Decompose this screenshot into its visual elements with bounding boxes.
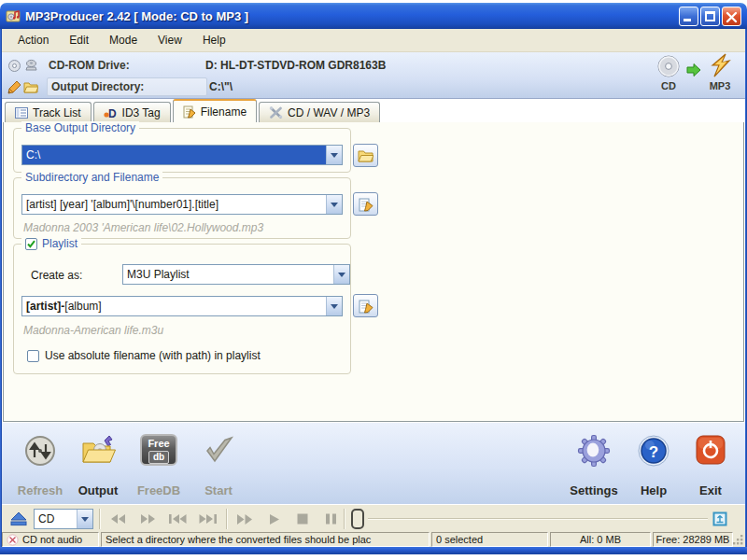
title-bar[interactable]: MP3Producer 2.42 [ Mode: CD to MP3 ] [0,3,747,29]
stop-button[interactable] [289,510,316,528]
playlist-name-value[interactable]: [artist]-[album] [22,297,326,315]
separator [226,509,228,529]
position-slider-thumb[interactable] [351,509,364,529]
rewind-icon [110,513,126,525]
eject-button[interactable] [6,510,32,528]
tray-icon[interactable] [712,511,728,527]
pause-button[interactable] [317,510,344,528]
edit-playlist-name-button[interactable] [353,294,378,317]
id3-icon: D [104,106,118,119]
refresh-button[interactable]: Refresh [10,434,70,497]
exit-label: Exit [699,483,722,497]
chevron-down-icon [331,203,338,207]
mode-target: MP3 [702,52,738,91]
output-directory-labelbox[interactable]: Output Directory: [47,77,207,96]
maximize-icon [705,11,715,21]
mode-target-label: MP3 [702,80,738,91]
subdirectory-pattern-combobox[interactable]: [artist] [year] '[album]'\[number01].[ti… [21,194,343,215]
maximize-button[interactable] [700,7,720,26]
base-directory-dropdown-button[interactable] [326,146,342,164]
position-slider-track[interactable] [368,518,708,520]
menu-mode[interactable]: Mode [99,31,148,49]
skip-button[interactable] [232,510,258,528]
playlist-name-dropdown-button[interactable] [326,297,342,315]
cdrom-drive-row: CD-ROM Drive: D: HL-DT-STDVD-ROM GDR8163… [6,55,650,76]
action-toolbar: Refresh Output Free db FreeDB [2,422,745,504]
tab-cd-wav-mp3[interactable]: CD / WAV / MP3 [259,102,380,122]
stop-icon [297,513,308,525]
subdirectory-pattern-dropdown-button[interactable] [326,195,342,214]
tab-filename[interactable]: Filename [173,99,257,122]
settings-button[interactable]: Settings [564,434,624,497]
source-select[interactable]: CD [34,509,93,529]
absolute-filename-checkbox[interactable] [27,350,39,362]
mode-source-label: CD [652,80,685,91]
eject-icon [10,511,27,526]
playlist-type-dropdown-button[interactable] [333,265,349,284]
arrow-right-icon [685,63,702,81]
playlist-group: Playlist Create as: M3U Playlist [artist… [13,244,351,374]
status-message-text: Select a directory where the converted f… [106,534,371,545]
pencil-icon [6,80,22,94]
tab-cd-wav-mp3-label: CD / WAV / MP3 [288,106,370,119]
next-track-button[interactable] [194,510,220,528]
window-controls [679,7,741,26]
output-directory-row: Output Directory: C:\"\ [6,77,650,97]
menu-edit[interactable]: Edit [59,31,99,49]
playlist-name-combobox[interactable]: [artist]-[album] [21,296,343,316]
total-size-panel: All: 0 MB [550,532,651,547]
previous-track-button[interactable] [164,510,190,528]
subdirectory-example-text: Madonna 2003 'American life\02.Hollywood… [23,221,263,234]
cd-mode-icon [656,54,681,78]
freedb-icon-text-bottom: db [148,451,169,465]
rewind-button[interactable] [105,510,131,528]
base-directory-combobox[interactable]: C:\ [21,145,343,165]
resize-grip[interactable] [733,535,744,548]
play-button[interactable] [261,510,288,528]
start-label: Start [204,483,233,497]
playlist-checkbox[interactable] [25,238,37,250]
subdirectory-pattern-value[interactable]: [artist] [year] '[album]'\[number01].[ti… [22,195,326,214]
source-select-value[interactable]: CD [35,510,77,528]
help-button[interactable]: ? Help [624,434,684,497]
edit-pattern-button[interactable] [353,192,378,216]
freedb-label: FreeDB [137,483,180,497]
separator [99,509,101,529]
free-space-text: Free: 28289 MB [656,534,730,545]
refresh-icon [23,434,57,468]
absolute-filename-label: Use absolute filename (with path) in pla… [45,349,261,362]
output-directory-label: Output Directory: [51,80,144,93]
play-icon [269,513,280,525]
menu-view[interactable]: View [148,31,192,49]
exit-power-icon [695,434,726,466]
freedb-button[interactable]: Free db FreeDB [129,434,189,497]
menu-help[interactable]: Help [192,31,236,49]
playlist-type-combobox[interactable]: M3U Playlist [122,264,350,285]
desktop: MP3Producer 2.42 [ Mode: CD to MP3 ] Act… [0,0,747,560]
menu-action[interactable]: Action [7,31,59,49]
freedb-icon: Free db [140,434,177,466]
status-bar: CD not audio Select a directory where th… [2,532,745,547]
chevron-down-icon [331,153,338,158]
base-directory-value[interactable]: C:\ [22,146,326,164]
mode-indicator: CD MP3 [652,54,738,97]
chevron-down-icon [338,273,345,277]
tab-filename-label: Filename [201,105,247,119]
fast-forward-button[interactable] [134,510,161,528]
playlist-type-value[interactable]: M3U Playlist [123,265,333,284]
settings-label: Settings [570,483,617,497]
help-label: Help [641,483,667,497]
browse-folder-button[interactable] [353,144,378,167]
tab-track-list[interactable]: Track List [5,102,92,122]
source-select-dropdown-button[interactable] [77,510,92,528]
tab-id3-tag[interactable]: D ID3 Tag [93,102,171,122]
minimize-button[interactable] [679,7,698,26]
close-button[interactable] [722,7,741,26]
chevron-down-icon [81,517,89,522]
start-button[interactable]: Start [189,434,248,497]
tools-icon [269,106,283,119]
exit-button[interactable]: Exit [681,434,740,497]
output-button[interactable]: Output [68,434,128,497]
settings-gear-icon [577,434,611,468]
output-label: Output [78,483,119,497]
